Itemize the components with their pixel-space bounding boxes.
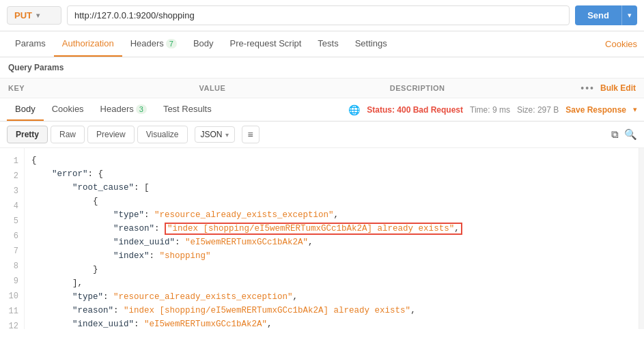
code-line-3: "root_cause": [ [31, 181, 632, 195]
line-num-11: 11 [0, 304, 24, 319]
scrollbar[interactable] [639, 148, 644, 329]
tab-settings[interactable]: Settings [347, 31, 395, 57]
code-line-6: "reason": "index [shopping/eI5wemRERTumx… [31, 222, 632, 236]
top-bar: PUT ▾ Send ▾ [0, 0, 644, 31]
tab-response-cookies[interactable]: Cookies [44, 98, 92, 121]
copy-button[interactable]: ⧉ [611, 128, 619, 141]
more-options-icon[interactable]: ••• [580, 83, 595, 94]
bulk-edit-button[interactable]: Bulk Edit [600, 83, 636, 93]
status-info: 🌐 Status: 400 Bad Request Time: 9 ms Siz… [348, 104, 637, 115]
search-button[interactable]: 🔍 [624, 128, 637, 141]
response-tabs: Body Cookies Headers3 Test Results 🌐 Sta… [0, 98, 644, 122]
url-input[interactable] [67, 5, 570, 25]
line-num-2: 2 [0, 169, 24, 184]
code-content: { "error": { "root_cause": [ { "type": "… [25, 148, 639, 329]
indent-button[interactable]: ≡ [242, 126, 260, 143]
request-tabs: Params Authorization Headers7 Body Pre-r… [0, 31, 644, 57]
code-line-5: "type": "resource_already_exists_excepti… [31, 208, 632, 222]
line-num-7: 7 [0, 244, 24, 259]
save-response-button[interactable]: Save Response [565, 105, 626, 115]
response-time: Time: 9 ms [470, 105, 510, 115]
send-btn-group: Send ▾ [575, 5, 637, 25]
code-line-1: { [31, 154, 632, 167]
line-num-3: 3 [0, 184, 24, 199]
line-num-8: 8 [0, 259, 24, 274]
code-line-2: "error": { [31, 167, 632, 181]
tab-authorization[interactable]: Authorization [54, 31, 122, 57]
line-num-5: 5 [0, 214, 24, 229]
tab-response-headers[interactable]: Headers3 [92, 98, 155, 121]
tab-tests[interactable]: Tests [309, 31, 346, 57]
headers-badge: 7 [166, 39, 177, 48]
code-line-8: "index": "shopping" [31, 249, 632, 263]
code-line-4: { [31, 195, 632, 208]
query-params-section: Query Params [0, 57, 644, 79]
tab-prerequest[interactable]: Pre-request Script [222, 31, 310, 57]
method-chevron-icon: ▾ [36, 12, 40, 19]
kv-desc-header: DESCRIPTION [390, 84, 580, 92]
format-preview-button[interactable]: Preview [87, 126, 135, 143]
code-line-12: "reason": "index [shopping/eI5wemRERTumx… [31, 304, 632, 317]
kv-value-header: VALUE [199, 84, 389, 92]
format-type-selector[interactable]: JSON ▾ [195, 126, 235, 143]
tab-headers[interactable]: Headers7 [122, 31, 185, 57]
response-headers-badge: 3 [136, 104, 147, 114]
format-visualize-button[interactable]: Visualize [137, 126, 188, 143]
code-line-13: "index_uuid": "eI5wemRERTumxGCc1bAk2A", [31, 317, 632, 329]
code-line-7: "index_uuid": "eI5wemRERTumxGCc1bAk2A", [31, 236, 632, 249]
response-toolbar: Pretty Raw Preview Visualize JSON ▾ ≡ ⧉ … [0, 122, 644, 148]
method-label: PUT [14, 10, 32, 20]
tab-test-results[interactable]: Test Results [155, 98, 220, 121]
save-response-chevron-icon[interactable]: ▾ [633, 105, 637, 114]
globe-icon: 🌐 [348, 104, 360, 115]
line-num-4: 4 [0, 199, 24, 214]
kv-actions: ••• Bulk Edit [580, 83, 636, 94]
line-num-12: 12 [0, 319, 24, 329]
line-num-6: 6 [0, 229, 24, 244]
response-size: Size: 297 B [517, 105, 559, 115]
format-chevron-icon: ▾ [225, 131, 229, 139]
method-selector[interactable]: PUT ▾ [7, 6, 61, 25]
send-button[interactable]: Send [575, 5, 621, 25]
line-num-1: 1 [0, 154, 24, 169]
line-numbers: 1 2 3 4 5 6 7 8 9 10 11 12 13 14 15 16 [0, 148, 25, 329]
format-pretty-button[interactable]: Pretty [7, 126, 48, 143]
cookies-link[interactable]: Cookies [605, 39, 637, 49]
kv-header: KEY VALUE DESCRIPTION ••• Bulk Edit [0, 79, 644, 98]
status-badge: Status: 400 Bad Request [367, 105, 463, 115]
toolbar-right-actions: ⧉ 🔍 [611, 128, 637, 141]
send-arrow-button[interactable]: ▾ [621, 5, 637, 25]
line-num-10: 10 [0, 289, 24, 304]
code-line-11: "type": "resource_already_exists_excepti… [31, 290, 632, 304]
tab-response-body[interactable]: Body [7, 98, 44, 121]
code-line-9: } [31, 263, 632, 276]
format-type-label: JSON [201, 130, 223, 139]
tab-body[interactable]: Body [185, 31, 222, 57]
tab-params[interactable]: Params [7, 31, 54, 57]
line-num-9: 9 [0, 274, 24, 289]
code-view: 1 2 3 4 5 6 7 8 9 10 11 12 13 14 15 16 {… [0, 148, 644, 329]
format-raw-button[interactable]: Raw [51, 126, 85, 143]
code-line-10: ], [31, 276, 632, 290]
kv-key-header: KEY [8, 84, 199, 92]
